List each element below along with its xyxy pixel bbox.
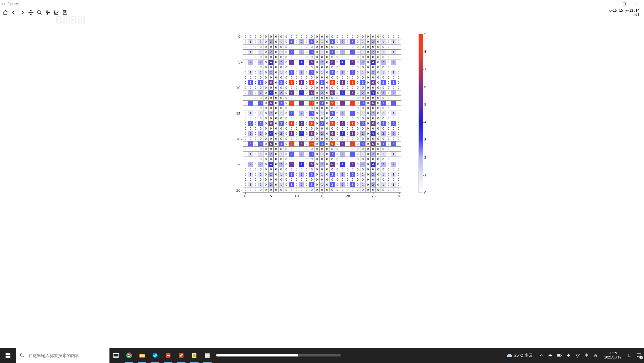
heatmap-cell: 0: [325, 90, 330, 96]
heatmap-cell: 0: [340, 167, 345, 172]
heatmap-cell: 0: [325, 101, 330, 106]
heatmap-cell: 0: [396, 142, 401, 147]
ime-lang[interactable]: 中: [583, 352, 590, 359]
colorbar-tick: 8: [424, 50, 426, 54]
heatmap-cell: 0: [284, 131, 289, 136]
heatmap-cell: 9: [330, 101, 335, 106]
maximize-button[interactable]: [618, 0, 630, 8]
configure-subplots-button[interactable]: [44, 9, 52, 16]
media-progress[interactable]: [216, 354, 341, 356]
heatmap-cell: 2: [360, 162, 366, 167]
heatmap-cell: 0: [253, 34, 258, 39]
heatmap-cell: 0: [335, 147, 340, 152]
edit-axes-button[interactable]: [52, 9, 61, 16]
heatmap-cell: 0: [371, 167, 376, 172]
heatmap-cell: 4: [299, 90, 304, 96]
heatmap-cell: 0: [299, 106, 304, 111]
save-figure-button[interactable]: [61, 9, 69, 16]
taskbar-app-explorer[interactable]: [136, 348, 149, 363]
taskbar-app-generic[interactable]: [201, 348, 214, 363]
taskbar-app-chrome[interactable]: [123, 348, 136, 363]
ime-sub[interactable]: 英: [592, 352, 599, 359]
heatmap-cell: 0: [274, 39, 279, 45]
heatmap-cell: 0: [258, 55, 263, 60]
heatmap-cell: 0: [279, 85, 284, 90]
heatmap-cell: 6: [371, 121, 376, 126]
heatmap-cell: 0: [299, 55, 304, 60]
heatmap-cell: 2: [371, 111, 376, 116]
x-tick: 15: [320, 194, 324, 198]
heatmap-cell: 0: [376, 157, 381, 162]
heatmap-cell: 0: [340, 136, 345, 142]
heatmap-cell: 2: [320, 131, 325, 136]
heatmap-cell: 0: [309, 116, 314, 121]
pan-button[interactable]: [27, 9, 35, 16]
heatmap-cell: 0: [314, 182, 320, 187]
heatmap-cell: 0: [263, 147, 269, 152]
heatmap-cell: 0: [335, 60, 340, 65]
notification-button[interactable]: 2: [635, 352, 642, 359]
zoom-button[interactable]: [35, 9, 44, 16]
start-button[interactable]: [0, 348, 16, 363]
heatmap-cell: 0: [345, 187, 350, 193]
heatmap-cell: 9: [309, 142, 314, 147]
heatmap-cell: 3: [350, 70, 355, 75]
weather-widget[interactable]: 25°C 多云: [504, 352, 536, 358]
taskbar-app-wps[interactable]: W: [175, 348, 188, 363]
heatmap-cell: 0: [309, 75, 314, 80]
task-view-button[interactable]: [109, 348, 123, 363]
colorbar-gradient: [419, 34, 423, 193]
tray-chevron-up-icon[interactable]: [538, 352, 545, 359]
heatmap-cell: 0: [325, 126, 330, 131]
heatmap-cell: 0: [314, 34, 320, 39]
heatmap-cell: 3: [360, 101, 366, 106]
minimize-button[interactable]: [605, 0, 618, 8]
taskbar-clock[interactable]: 20:29 2021/10/19: [601, 351, 624, 360]
heatmap-cell: 0: [325, 111, 330, 116]
heatmap-cell: 0: [294, 182, 299, 187]
heatmap-cell: 0: [263, 126, 269, 131]
heatmap-cell: 0: [243, 131, 248, 136]
back-button[interactable]: [10, 9, 18, 16]
heatmap-cell: 0: [366, 55, 371, 60]
tray-wifi-icon[interactable]: [574, 352, 581, 359]
svg-text:W: W: [180, 354, 183, 357]
taskbar-app-edge[interactable]: [149, 348, 162, 363]
heatmap-cell: 0: [253, 157, 258, 162]
tray-onedrive-icon[interactable]: [547, 352, 554, 359]
y-tick: 10: [236, 86, 240, 90]
heatmap-cell: 0: [396, 101, 401, 106]
heatmap-cell: 3: [330, 111, 335, 116]
heatmap-cell: 6: [309, 60, 314, 65]
tray-tablet-icon[interactable]: [626, 352, 633, 359]
taskbar-search[interactable]: [16, 348, 109, 363]
heatmap-cell: 0: [340, 85, 345, 90]
tray-battery-icon[interactable]: [556, 352, 563, 359]
heatmap-cell: 0: [335, 131, 340, 136]
heatmap-cell: 3: [381, 142, 386, 147]
heatmap-cell: 0: [274, 136, 279, 142]
heatmap-cell: 0: [294, 177, 299, 182]
heatmap-cell: 2: [279, 60, 284, 65]
heatmap-cell: 0: [263, 65, 269, 70]
heatmap-cell: 0: [279, 177, 284, 182]
heatmap-cell: 0: [391, 75, 396, 80]
cursor-coords-val: [0]: [609, 12, 639, 16]
forward-button[interactable]: [18, 9, 27, 16]
tray-volume-icon[interactable]: [565, 352, 572, 359]
heatmap-cell: 0: [314, 152, 320, 157]
close-button[interactable]: [630, 0, 643, 8]
heatmap-cell: 0: [396, 111, 401, 116]
heatmap-cell: 4: [340, 90, 345, 96]
search-input[interactable]: [28, 353, 105, 358]
home-button[interactable]: [1, 9, 10, 16]
heatmap-cell: 0: [243, 90, 248, 96]
taskbar-app-red[interactable]: [162, 348, 175, 363]
heatmap-cell: 1: [248, 39, 253, 45]
heatmap-cell: 2: [299, 50, 304, 55]
taskbar-app-notes[interactable]: [188, 348, 201, 363]
heatmap-cell: 0: [258, 147, 263, 152]
heatmap-cell: 0: [243, 106, 248, 111]
heatmap-cell: 0: [345, 34, 350, 39]
heatmap-cell: 0: [294, 50, 299, 55]
